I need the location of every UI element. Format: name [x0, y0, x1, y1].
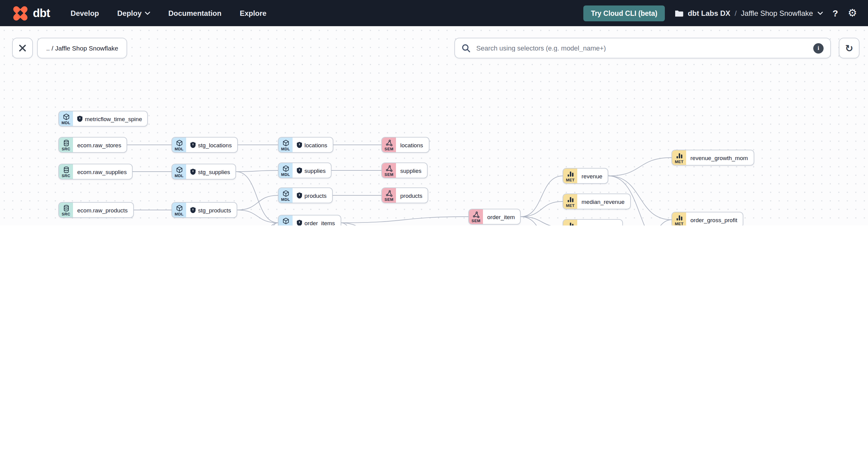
- graph-node-food_revenue[interactable]: METfood_revenue: [563, 219, 623, 226]
- gear-icon[interactable]: ⚙: [848, 8, 857, 18]
- account-name: dbt Labs DX: [688, 9, 730, 17]
- node-type-badge: MET: [675, 160, 684, 164]
- semantic-model-icon: SEM: [469, 209, 483, 224]
- metric-icon: MET: [672, 150, 686, 165]
- node-type-badge: SEM: [471, 219, 480, 223]
- refresh-button[interactable]: ↻: [839, 38, 860, 58]
- search-icon: [462, 44, 470, 52]
- protected-shield-icon: [297, 168, 302, 174]
- graph-node-order_gross_profit[interactable]: METorder_gross_profit: [672, 212, 743, 226]
- dbt-logo-icon: [12, 5, 29, 21]
- graph-node-ecom_raw_stores[interactable]: SRCecom.raw_stores: [58, 137, 127, 153]
- graph-node-supplies[interactable]: MDLsupplies: [278, 162, 332, 178]
- close-lineage-button[interactable]: [12, 38, 33, 58]
- node-label: supplies: [396, 163, 427, 178]
- node-type-badge: SEM: [384, 173, 393, 177]
- node-type-badge: MET: [566, 178, 575, 182]
- try-cloud-cli-button[interactable]: Try Cloud CLI (beta): [584, 5, 665, 21]
- node-label: food_revenue: [577, 220, 622, 226]
- lineage-breadcrumb[interactable]: .. / Jaffle Shop Snowflake: [37, 38, 127, 58]
- protected-shield-icon: [77, 116, 83, 122]
- graph-node-order_item[interactable]: SEMorder_item: [468, 209, 521, 224]
- graph-node-median_revenue[interactable]: METmedian_revenue: [563, 193, 631, 209]
- info-icon[interactable]: i: [813, 43, 824, 53]
- folder-icon: [674, 9, 683, 17]
- node-label: revenue_growth_mom: [686, 150, 753, 165]
- project-name: Jaffle Shop Snowflake: [741, 9, 813, 17]
- node-label: median_revenue: [577, 194, 630, 209]
- dbt-logo[interactable]: dbt: [12, 5, 50, 21]
- node-label: order_gross_profit: [686, 212, 743, 226]
- node-label: ecom.raw_stores: [73, 138, 127, 152]
- cube-icon: MDL: [172, 164, 186, 179]
- graph-node-order_items[interactable]: MDLorder_items: [278, 215, 341, 226]
- close-icon: [19, 44, 26, 52]
- database-icon: SRC: [59, 138, 73, 152]
- graph-node-stg_locations[interactable]: MDLstg_locations: [172, 137, 238, 153]
- chevron-down-icon: [145, 11, 150, 15]
- graph-node-supplies_sm[interactable]: SEMsupplies: [381, 162, 428, 178]
- lineage-canvas[interactable]: MDLmetricflow_time_spineSRCecom.raw_stor…: [0, 26, 868, 226]
- node-label: locations: [292, 138, 333, 152]
- graph-node-revenue_growth_mom[interactable]: METrevenue_growth_mom: [672, 150, 754, 166]
- graph-node-locations[interactable]: MDLlocations: [278, 137, 333, 153]
- cube-icon: MDL: [59, 111, 73, 126]
- database-icon: SRC: [59, 203, 73, 217]
- metric-icon: MET: [563, 194, 577, 209]
- node-type-badge: MDL: [281, 173, 290, 177]
- graph-node-products[interactable]: MDLproducts: [278, 187, 333, 203]
- breadcrumb-separator: /: [735, 9, 737, 17]
- database-icon: SRC: [59, 164, 73, 179]
- graph-node-products_sm[interactable]: SEMproducts: [381, 187, 429, 203]
- graph-node-ecom_raw_products[interactable]: SRCecom.raw_products: [58, 202, 134, 218]
- project-selector[interactable]: dbt Labs DX / Jaffle Shop Snowflake: [674, 9, 823, 17]
- protected-shield-icon: [297, 192, 302, 199]
- node-type-badge: MDL: [281, 225, 290, 226]
- graph-node-stg_products[interactable]: MDLstg_products: [172, 202, 237, 218]
- node-type-badge: SRC: [62, 212, 70, 216]
- navbar-right: Try Cloud CLI (beta) dbt Labs DX / Jaffl…: [584, 5, 857, 21]
- help-icon[interactable]: ?: [832, 8, 838, 18]
- graph-node-locations_sm[interactable]: SEMlocations: [381, 137, 429, 153]
- top-navbar: dbt Develop Deploy Documentation Explore…: [0, 0, 868, 26]
- node-type-badge: MDL: [61, 121, 70, 125]
- chevron-down-icon: [817, 11, 823, 15]
- node-type-badge: MDL: [175, 147, 183, 151]
- menu-item-label: Explore: [240, 9, 267, 17]
- graph-node-metricflow_time_spine[interactable]: MDLmetricflow_time_spine: [58, 111, 148, 127]
- semantic-model-icon: SEM: [382, 138, 396, 152]
- node-label: order_items: [292, 215, 340, 226]
- cube-icon: MDL: [172, 138, 186, 152]
- graph-node-stg_supplies[interactable]: MDLstg_supplies: [172, 164, 236, 180]
- metric-icon: MET: [672, 212, 686, 226]
- node-label: stg_products: [186, 203, 237, 217]
- graph-node-revenue[interactable]: METrevenue: [563, 168, 609, 184]
- node-label: ecom.raw_products: [73, 203, 133, 217]
- menu-item-label: Develop: [70, 9, 99, 17]
- cube-icon: MDL: [172, 203, 186, 217]
- node-label: revenue: [577, 169, 608, 183]
- node-label: stg_supplies: [186, 164, 236, 179]
- menu-item-documentation[interactable]: Documentation: [168, 9, 222, 17]
- menu-item-explore[interactable]: Explore: [240, 9, 267, 17]
- node-type-badge: MDL: [175, 174, 183, 178]
- node-label: order_item: [483, 209, 520, 224]
- node-type-badge: SRC: [62, 174, 70, 178]
- menu-item-develop[interactable]: Develop: [70, 9, 99, 17]
- search-input[interactable]: [475, 44, 813, 52]
- menu-item-label: Documentation: [168, 9, 222, 17]
- menu-item-label: Deploy: [117, 9, 142, 17]
- node-type-badge: MET: [675, 222, 684, 226]
- node-type-badge: SEM: [384, 147, 393, 151]
- node-label: stg_locations: [186, 138, 237, 152]
- node-type-badge: SEM: [384, 198, 393, 202]
- menu-item-deploy[interactable]: Deploy: [117, 9, 150, 17]
- cube-icon: MDL: [279, 163, 292, 178]
- semantic-model-icon: SEM: [382, 188, 396, 203]
- metric-icon: MET: [563, 220, 577, 226]
- protected-shield-icon: [190, 207, 195, 213]
- cube-icon: MDL: [279, 188, 292, 203]
- protected-shield-icon: [190, 142, 195, 148]
- semantic-model-icon: SEM: [382, 163, 396, 178]
- graph-node-ecom_raw_supplies[interactable]: SRCecom.raw_supplies: [58, 164, 133, 180]
